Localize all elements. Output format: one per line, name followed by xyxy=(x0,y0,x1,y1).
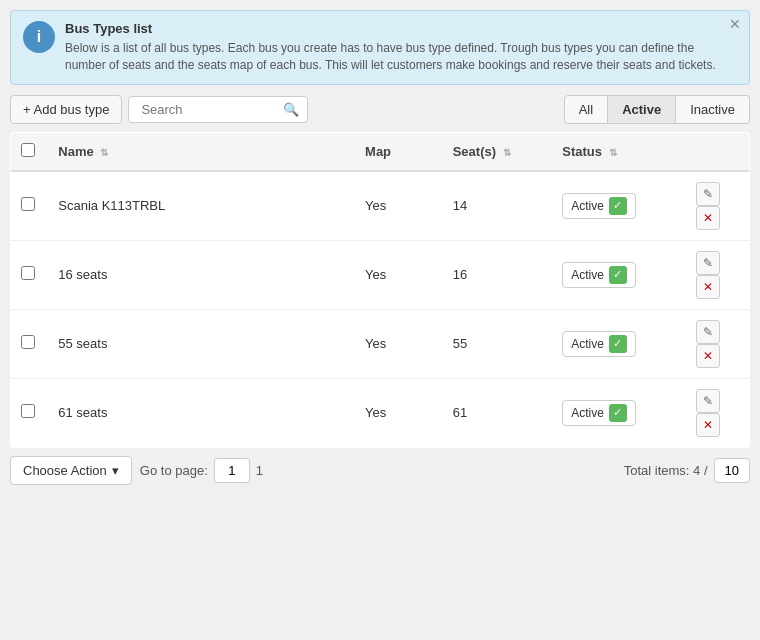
row-actions: ✎ ✕ xyxy=(684,171,750,241)
total-label: Total items: 4 / xyxy=(624,463,708,478)
edit-button[interactable]: ✎ xyxy=(696,251,720,275)
status-check-icon: ✓ xyxy=(609,197,627,215)
row-checkbox-cell xyxy=(11,171,49,241)
table-row: Scania K113TRBL Yes 14 Active ✓ ✎ ✕ xyxy=(11,171,750,241)
col-map-header: Map xyxy=(355,132,443,171)
row-seats: 55 xyxy=(443,309,553,378)
add-bus-type-button[interactable]: + Add bus type xyxy=(10,95,122,124)
banner-title: Bus Types list xyxy=(65,21,737,36)
name-sort-icon[interactable]: ⇅ xyxy=(100,147,108,158)
status-text: Active xyxy=(571,406,604,420)
row-name: 16 seats xyxy=(48,240,355,309)
table-row: 61 seats Yes 61 Active ✓ ✎ ✕ xyxy=(11,378,750,447)
row-seats: 61 xyxy=(443,378,553,447)
row-map: Yes xyxy=(355,309,443,378)
row-actions: ✎ ✕ xyxy=(684,378,750,447)
banner-text: Bus Types list Below is a list of all bu… xyxy=(65,21,737,74)
filter-buttons: All Active Inactive xyxy=(564,95,750,124)
table-row: 55 seats Yes 55 Active ✓ ✎ ✕ xyxy=(11,309,750,378)
page-number-input[interactable] xyxy=(214,458,250,483)
seats-sort-icon[interactable]: ⇅ xyxy=(503,147,511,158)
row-checkbox-cell xyxy=(11,309,49,378)
col-seats-header: Seat(s) ⇅ xyxy=(443,132,553,171)
row-name: 55 seats xyxy=(48,309,355,378)
filter-inactive-button[interactable]: Inactive xyxy=(676,95,750,124)
close-icon: ✕ xyxy=(729,16,741,32)
status-text: Active xyxy=(571,337,604,351)
col-actions-header xyxy=(684,132,750,171)
row-map: Yes xyxy=(355,240,443,309)
goto-page-label: Go to page: xyxy=(140,463,208,478)
table-row: 16 seats Yes 16 Active ✓ ✎ ✕ xyxy=(11,240,750,309)
status-sort-icon[interactable]: ⇅ xyxy=(609,147,617,158)
edit-button[interactable]: ✎ xyxy=(696,182,720,206)
row-status: Active ✓ xyxy=(552,378,683,447)
info-icon: i xyxy=(23,21,55,53)
status-badge: Active ✓ xyxy=(562,193,636,219)
status-badge: Active ✓ xyxy=(562,331,636,357)
edit-button[interactable]: ✎ xyxy=(696,320,720,344)
table-body: Scania K113TRBL Yes 14 Active ✓ ✎ ✕ 16 s… xyxy=(11,171,750,448)
per-page-button[interactable]: 10 xyxy=(714,458,750,483)
row-seats: 14 xyxy=(443,171,553,241)
delete-button[interactable]: ✕ xyxy=(696,206,720,230)
row-actions: ✎ ✕ xyxy=(684,240,750,309)
row-actions: ✎ ✕ xyxy=(684,309,750,378)
select-all-checkbox[interactable] xyxy=(21,143,35,157)
edit-button[interactable]: ✎ xyxy=(696,389,720,413)
status-text: Active xyxy=(571,199,604,213)
delete-button[interactable]: ✕ xyxy=(696,275,720,299)
goto-page: Go to page: 1 xyxy=(140,458,263,483)
delete-button[interactable]: ✕ xyxy=(696,413,720,437)
row-status: Active ✓ xyxy=(552,309,683,378)
col-status-header: Status ⇅ xyxy=(552,132,683,171)
row-map: Yes xyxy=(355,171,443,241)
toolbar: + Add bus type 🔍 All Active Inactive xyxy=(10,95,750,124)
row-map: Yes xyxy=(355,378,443,447)
col-name-header: Name ⇅ xyxy=(48,132,355,171)
row-checkbox[interactable] xyxy=(21,335,35,349)
dropdown-icon: ▾ xyxy=(112,463,119,478)
status-check-icon: ✓ xyxy=(609,404,627,422)
table-footer: Choose Action ▾ Go to page: 1 Total item… xyxy=(10,456,750,485)
col-check-header xyxy=(11,132,49,171)
row-checkbox[interactable] xyxy=(21,404,35,418)
row-name: Scania K113TRBL xyxy=(48,171,355,241)
banner-close-button[interactable]: ✕ xyxy=(729,17,741,31)
table-header-row: Name ⇅ Map Seat(s) ⇅ Status ⇅ xyxy=(11,132,750,171)
row-seats: 16 xyxy=(443,240,553,309)
row-checkbox[interactable] xyxy=(21,266,35,280)
choose-action-button[interactable]: Choose Action ▾ xyxy=(10,456,132,485)
status-check-icon: ✓ xyxy=(609,266,627,284)
filter-all-button[interactable]: All xyxy=(564,95,608,124)
search-wrapper: 🔍 xyxy=(128,96,308,123)
status-check-icon: ✓ xyxy=(609,335,627,353)
row-name: 61 seats xyxy=(48,378,355,447)
total-info: Total items: 4 / 10 xyxy=(624,458,750,483)
delete-button[interactable]: ✕ xyxy=(696,344,720,368)
search-input[interactable] xyxy=(137,97,283,122)
filter-active-button[interactable]: Active xyxy=(608,95,676,124)
info-banner: i Bus Types list Below is a list of all … xyxy=(10,10,750,85)
row-status: Active ✓ xyxy=(552,240,683,309)
row-status: Active ✓ xyxy=(552,171,683,241)
status-text: Active xyxy=(571,268,604,282)
choose-action-label: Choose Action xyxy=(23,463,107,478)
row-checkbox[interactable] xyxy=(21,197,35,211)
status-badge: Active ✓ xyxy=(562,262,636,288)
status-badge: Active ✓ xyxy=(562,400,636,426)
bus-types-table: Name ⇅ Map Seat(s) ⇅ Status ⇅ xyxy=(10,132,750,448)
search-icon: 🔍 xyxy=(283,102,299,117)
banner-description: Below is a list of all bus types. Each b… xyxy=(65,40,737,74)
row-checkbox-cell xyxy=(11,240,49,309)
row-checkbox-cell xyxy=(11,378,49,447)
page-wrapper: i Bus Types list Below is a list of all … xyxy=(0,0,760,640)
total-pages: 1 xyxy=(256,463,263,478)
